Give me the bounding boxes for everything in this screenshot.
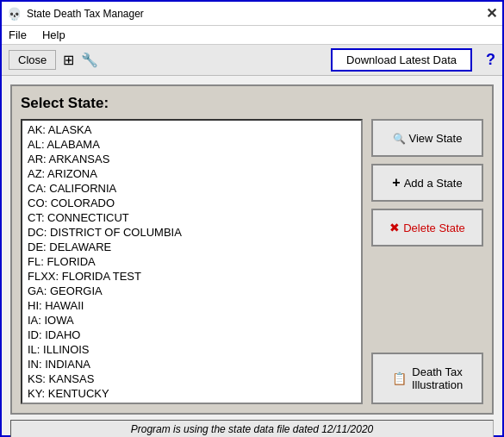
search-icon — [393, 132, 406, 145]
menu-help[interactable]: Help — [40, 28, 67, 42]
status-bar-main: Program is using the state data file dat… — [10, 420, 494, 437]
list-item[interactable]: CO: COLORADO — [26, 196, 358, 210]
list-item[interactable]: FL: FLORIDA — [26, 254, 358, 269]
list-item[interactable]: DE: DELAWARE — [26, 240, 358, 254]
delete-state-button[interactable]: Delete State — [371, 209, 483, 247]
list-item[interactable]: DC: DISTRICT OF COLUMBIA — [26, 225, 358, 240]
top-buttons: View State Add a State Delete State — [371, 119, 483, 247]
select-state-label: Select State: — [21, 95, 483, 112]
list-item[interactable]: AZ: ARIZONA — [26, 166, 358, 181]
close-button[interactable]: Close — [9, 50, 56, 70]
state-listbox[interactable]: AK: ALASKAAL: ALABAMAAR: ARKANSASAZ: ARI… — [21, 119, 363, 404]
help-button[interactable]: ? — [486, 51, 495, 69]
main-window: 💀 State Death Tax Manager ✕ File Help Cl… — [0, 0, 504, 437]
list-item[interactable]: IL: ILLINOIS — [26, 342, 358, 357]
list-item[interactable]: ID: IDAHO — [26, 328, 358, 342]
list-item[interactable]: CA: CALIFORNIA — [26, 181, 358, 196]
menu-bar: File Help — [2, 26, 502, 45]
content-row: AK: ALASKAAL: ALABAMAAR: ARKANSASAZ: ARI… — [21, 119, 483, 404]
list-item[interactable]: KS: KANSAS — [26, 371, 358, 386]
death-tax-illustration-button[interactable]: Death Tax Illustration — [371, 353, 483, 404]
toolbar: Close ⊞ 🔧 Download Latest Data ? — [2, 45, 502, 76]
app-icon: 💀 — [7, 7, 22, 21]
title-bar: 💀 State Death Tax Manager ✕ — [2, 2, 502, 26]
list-item[interactable]: FLXX: FLORIDA TEST — [26, 269, 358, 284]
list-item[interactable]: AL: ALABAMA — [26, 137, 358, 152]
doc-icon — [392, 371, 407, 385]
download-button[interactable]: Download Latest Data — [331, 48, 472, 72]
action-buttons-wrapper: View State Add a State Delete State — [371, 119, 483, 404]
main-content: Select State: AK: ALASKAAL: ALABAMAAR: A… — [2, 76, 502, 437]
list-item[interactable]: IN: INDIANA — [26, 357, 358, 371]
wrench-icon[interactable]: 🔧 — [81, 52, 98, 68]
add-state-button[interactable]: Add a State — [371, 164, 483, 202]
state-list-container: AK: ALASKAAL: ALABAMAAR: ARKANSASAZ: ARI… — [21, 119, 363, 404]
filter-icon[interactable]: ⊞ — [63, 52, 74, 68]
window-title: State Death Tax Manager — [27, 8, 144, 20]
title-bar-left: 💀 State Death Tax Manager — [7, 7, 144, 21]
list-item[interactable]: AR: ARKANSAS — [26, 152, 358, 166]
menu-file[interactable]: File — [7, 28, 28, 42]
view-state-button[interactable]: View State — [371, 119, 483, 157]
list-item[interactable]: CT: CONNECTICUT — [26, 210, 358, 225]
x-icon — [389, 221, 400, 234]
list-item[interactable]: AK: ALASKA — [26, 122, 358, 137]
list-item[interactable]: IA: IOWA — [26, 313, 358, 328]
list-item[interactable]: GA: GEORGIA — [26, 284, 358, 298]
close-icon[interactable]: ✕ — [486, 5, 497, 22]
content-area: Select State: AK: ALASKAAL: ALABAMAAR: A… — [10, 84, 494, 415]
list-item[interactable]: KY: KENTUCKY — [26, 386, 358, 401]
list-item[interactable]: HI: HAWAII — [26, 298, 358, 313]
plus-icon — [392, 175, 400, 190]
